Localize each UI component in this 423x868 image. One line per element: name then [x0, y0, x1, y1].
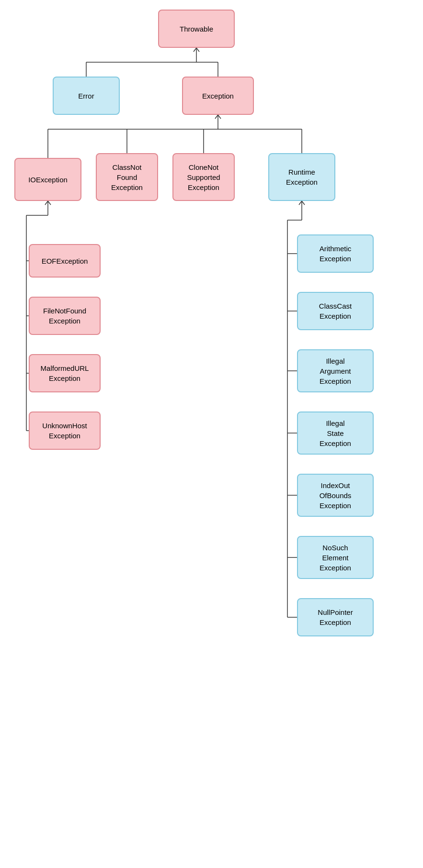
runtimeexception-node: Runtime Exception: [268, 153, 335, 201]
classnotfound-node: ClassNot Found Exception: [96, 153, 158, 201]
indexoutofbounds-node: IndexOut OfBounds Exception: [297, 474, 374, 517]
clonenotsupported-node: CloneNot Supported Exception: [172, 153, 235, 201]
eofexception-node: EOFException: [29, 244, 101, 278]
filenotfound-node: FileNotFound Exception: [29, 297, 101, 335]
illegalargument-node: Illegal Argument Exception: [297, 349, 374, 392]
nullpointer-node: NullPointer Exception: [297, 598, 374, 636]
throwable-node: Throwable: [158, 10, 235, 48]
nosuchelement-node: NoSuch Element Exception: [297, 536, 374, 579]
ioexception-node: IOException: [14, 158, 81, 201]
arithmetic-node: Arithmetic Exception: [297, 234, 374, 273]
unknownhost-node: UnknownHost Exception: [29, 412, 101, 450]
malformedurl-node: MalformedURL Exception: [29, 354, 101, 392]
error-node: Error: [53, 77, 120, 115]
classcast-node: ClassCast Exception: [297, 292, 374, 330]
class-hierarchy-diagram: Throwable Error Exception IOException Cl…: [0, 0, 423, 868]
illegalstate-node: Illegal State Exception: [297, 412, 374, 455]
exception-node: Exception: [182, 77, 254, 115]
